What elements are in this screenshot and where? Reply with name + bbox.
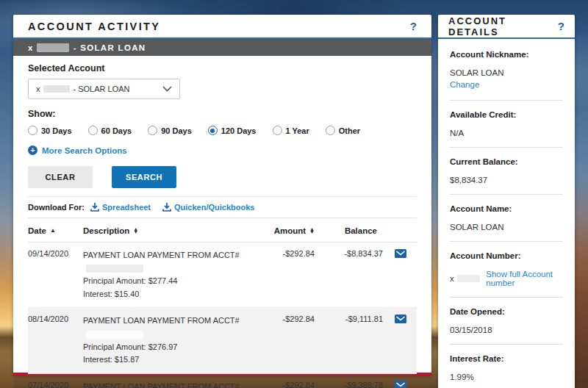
divider bbox=[450, 241, 563, 242]
account-activity-panel: ACCOUNT ACTIVITY ? x - SOLAR LOAN Select… bbox=[13, 15, 431, 376]
download-spreadsheet-link[interactable]: Spreadsheet bbox=[90, 203, 151, 212]
radio-label: Other bbox=[339, 126, 360, 135]
description-text: PAYMENT LOAN PAYMENT FROM ACCT# bbox=[83, 316, 240, 325]
show-label: Show: bbox=[28, 109, 417, 119]
radio-circle[interactable] bbox=[208, 126, 218, 135]
field-label: Current Balance: bbox=[450, 157, 563, 166]
select-value-prefix: x bbox=[36, 85, 40, 93]
download-quicken-link[interactable]: Quicken/Quickbooks bbox=[162, 203, 254, 212]
transaction-date: 09/14/2020 bbox=[28, 249, 83, 258]
selected-account-bar: x - SOLAR LOAN bbox=[13, 39, 431, 56]
interest-amount: Interest: $15.40 bbox=[83, 290, 139, 298]
field-label: Account Name: bbox=[450, 204, 563, 213]
radio-circle[interactable] bbox=[148, 126, 157, 135]
transaction-description: PAYMENT LOAN PAYMENT FROM ACCT# Principa… bbox=[83, 249, 252, 301]
download-section: Download For: Spreadsheet Quicken/Quickb… bbox=[28, 197, 417, 218]
plus-icon: + bbox=[28, 146, 37, 155]
radio-label: 1 Year bbox=[286, 126, 309, 135]
principal-amount: Principal Amount: $277.44 bbox=[83, 276, 177, 285]
field-label: Account Number: bbox=[450, 251, 563, 260]
help-icon[interactable]: ? bbox=[410, 20, 417, 32]
account-details-panel: ACCOUNT DETAILS ? Account Nickname: SOLA… bbox=[438, 15, 575, 388]
detail-field-date-opened: Date Opened: 03/15/2018 bbox=[450, 307, 563, 345]
more-search-options-label: More Search Options bbox=[42, 146, 127, 155]
divider bbox=[450, 194, 563, 195]
background-reeds-left bbox=[0, 342, 13, 388]
select-value-suffix: - SOLAR LOAN bbox=[74, 85, 130, 93]
activity-panel-title: ACCOUNT ACTIVITY bbox=[28, 21, 160, 32]
redacted-account-number bbox=[37, 43, 69, 52]
detail-field-available-credit: Available Credit: N/A bbox=[450, 110, 563, 148]
detail-field-account-nickname: Account Nickname: SOLAR LOAN Change bbox=[450, 50, 563, 101]
divider bbox=[450, 297, 563, 298]
transaction-row: 07/14/2020 PAYMENT LOAN PAYMENT FROM ACC… bbox=[28, 374, 417, 388]
detail-field-current-balance: Current Balance: $8,834.37 bbox=[450, 157, 563, 195]
field-value: N/A bbox=[450, 129, 563, 137]
field-value: $8,834.37 bbox=[450, 176, 563, 184]
interest-amount: Interest: $15.87 bbox=[83, 355, 139, 364]
account-select[interactable]: x - SOLAR LOAN bbox=[28, 79, 180, 99]
transaction-row: 09/14/2020 PAYMENT LOAN PAYMENT FROM ACC… bbox=[28, 242, 417, 308]
date-column-header[interactable]: Date ▲ bbox=[28, 226, 83, 235]
header-label: Description bbox=[83, 226, 129, 235]
transaction-date: 08/14/2020 bbox=[28, 315, 83, 323]
redacted-account-number bbox=[457, 275, 481, 282]
detail-field-account-name: Account Name: SOLAR LOAN bbox=[450, 204, 563, 242]
transaction-description: PAYMENT LOAN PAYMENT FROM ACCT# Principa… bbox=[83, 381, 252, 388]
radio-label: 30 Days bbox=[41, 126, 72, 135]
message-envelope-icon[interactable] bbox=[384, 249, 417, 259]
radio-1-year[interactable]: 1 Year bbox=[273, 126, 309, 135]
transaction-description: PAYMENT LOAN PAYMENT FROM ACCT# Principa… bbox=[83, 315, 252, 366]
balance-column-header: Balance bbox=[315, 226, 384, 235]
clear-button[interactable]: CLEAR bbox=[28, 166, 93, 188]
field-label: Interest Rate: bbox=[450, 354, 563, 363]
activity-panel-header: ACCOUNT ACTIVITY ? bbox=[13, 15, 431, 39]
amount-column-header[interactable]: Amount ▲▼ bbox=[252, 226, 315, 235]
chevron-down-icon bbox=[162, 86, 172, 92]
message-envelope-icon[interactable] bbox=[384, 381, 417, 388]
radio-120-days[interactable]: 120 Days bbox=[208, 126, 257, 135]
account-number-prefix: x bbox=[450, 274, 454, 283]
show-full-account-number-link[interactable]: Show full Account number bbox=[486, 270, 563, 287]
radio-other[interactable]: Other bbox=[326, 126, 360, 135]
description-text: PAYMENT LOAN PAYMENT FROM ACCT# bbox=[83, 251, 240, 259]
divider bbox=[450, 147, 563, 148]
sort-icon: ▲▼ bbox=[133, 228, 138, 234]
transaction-amount: -$292.84 bbox=[252, 381, 315, 388]
radio-60-days[interactable]: 60 Days bbox=[88, 126, 132, 135]
account-bar-prefix: x bbox=[28, 43, 34, 52]
field-label: Available Credit: bbox=[450, 110, 563, 119]
radio-label: 120 Days bbox=[221, 126, 257, 135]
radio-label: 60 Days bbox=[101, 126, 132, 135]
page-background: ACCOUNT ACTIVITY ? x - SOLAR LOAN Select… bbox=[0, 0, 588, 388]
download-icon bbox=[162, 203, 171, 212]
download-link-label: Spreadsheet bbox=[102, 203, 151, 212]
selected-account-label: Selected Account bbox=[28, 63, 417, 73]
message-envelope-icon[interactable] bbox=[384, 315, 417, 325]
description-column-header[interactable]: Description ▲▼ bbox=[83, 226, 252, 235]
principal-amount: Principal Amount: $276.97 bbox=[83, 342, 177, 351]
description-text: PAYMENT LOAN PAYMENT FROM ACCT# bbox=[83, 382, 240, 388]
help-icon[interactable]: ? bbox=[558, 20, 564, 32]
transaction-amount: -$292.84 bbox=[252, 249, 315, 258]
radio-circle[interactable] bbox=[88, 126, 98, 135]
account-select-value: x - SOLAR LOAN bbox=[36, 85, 130, 93]
radio-circle[interactable] bbox=[28, 126, 37, 135]
more-search-options-link[interactable]: + More Search Options bbox=[28, 146, 417, 155]
radio-90-days[interactable]: 90 Days bbox=[148, 126, 192, 135]
date-range-radio-group: 30 Days 60 Days 90 Days 120 Days 1 Year bbox=[28, 126, 417, 135]
radio-circle[interactable] bbox=[326, 126, 335, 135]
radio-circle[interactable] bbox=[273, 126, 282, 135]
sort-ascending-icon: ▲ bbox=[50, 228, 56, 234]
change-nickname-link[interactable]: Change bbox=[450, 80, 479, 89]
download-for-label: Download For: bbox=[28, 203, 85, 212]
field-value: SOLAR LOAN bbox=[450, 68, 563, 77]
redacted-account-number bbox=[86, 331, 143, 339]
transaction-balance: -$9,111.81 bbox=[315, 315, 384, 323]
details-panel-header: ACCOUNT DETAILS ? bbox=[438, 15, 575, 39]
header-label: Balance bbox=[345, 226, 377, 235]
divider bbox=[450, 344, 563, 345]
radio-30-days[interactable]: 30 Days bbox=[28, 126, 72, 135]
search-button[interactable]: SEARCH bbox=[112, 166, 176, 188]
redacted-account-number bbox=[43, 85, 70, 93]
